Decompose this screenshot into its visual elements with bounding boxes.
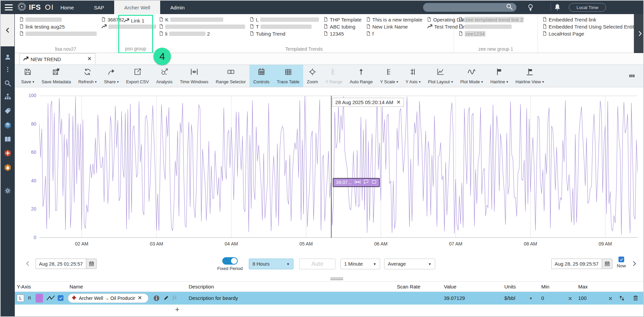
search-input[interactable] [423,5,506,10]
entity-cube-icon[interactable] [1,121,15,129]
tab-new-trend[interactable]: NEW TREND [19,53,95,64]
toolbar-button-hairline-view[interactable]: Hairline View▾ [512,65,548,87]
aggregate-select[interactable]: Average ▼ [384,259,435,269]
min-input[interactable]: 0 [541,295,544,301]
box-annotation-icon[interactable] [372,180,376,185]
hamburger-menu-icon[interactable] [5,4,13,10]
nav-item-admin[interactable]: Admin [160,1,195,14]
toolbar-button-save-metadata[interactable]: Save Metadata [38,65,75,87]
toolbar-button-controls[interactable]: Controls [249,65,273,87]
function-fx-icon[interactable]: fx [173,294,177,301]
link-item-localhost-page[interactable]: LocalHost Page [543,30,637,37]
nav-item-home[interactable]: Home [50,1,84,14]
info-icon[interactable] [153,295,160,303]
toolbar-button-y-scale[interactable]: Y Scale▾ [376,65,402,87]
incident-plus-icon[interactable] [1,149,15,157]
end-calendar-icon[interactable] [602,259,612,269]
left-axis-button[interactable]: L [17,295,24,302]
right-axis-button[interactable]: R [26,295,33,302]
toolbar-button-hairline[interactable]: Hairline▾ [487,65,512,87]
interval-select[interactable]: 1 Minute ▼ [340,259,380,269]
hierarchy-icon[interactable] [1,93,15,100]
max-input[interactable]: 100 [578,295,587,301]
units-chevron-down-icon[interactable]: ▼ [529,297,533,300]
nav-item-sap[interactable]: SAP [84,1,114,14]
link-item-t[interactable]: T [250,23,319,30]
trace-color-swatch[interactable] [36,294,43,303]
toolbar-button-auto-range[interactable]: Auto Range [346,65,376,87]
link-item-tubing-trend[interactable]: Tubing Trend [250,30,319,37]
duration-select[interactable]: 8 Hours ▼ [249,259,293,269]
search-icon[interactable] [1,80,15,87]
link-item-embedded-trend-link[interactable]: Embedded Trend link [543,16,637,23]
comment-bubble-icon[interactable] [364,179,369,185]
add-trace-button[interactable]: + [173,305,182,314]
toolbar-more-options-button[interactable] [619,65,644,87]
kebab-menu-icon[interactable] [1,66,15,73]
nav-item-archer-well[interactable]: Archer Well [114,1,160,14]
link-item-embedded-trend-using-selected-entity[interactable]: Embedded Trend Using Selected Entity [543,23,637,30]
end-time-input[interactable] [551,259,602,269]
fixed-period-toggle[interactable] [222,257,238,265]
tag-icon[interactable] [1,107,15,115]
auto-range-updown-icon[interactable] [618,295,625,303]
toolbar-button-trace-table[interactable]: Trace Table [273,65,303,87]
step-back-button[interactable] [25,261,31,268]
local-time-button[interactable]: Local Time [569,3,606,12]
settings-gear-icon[interactable] [1,187,15,194]
user-icon[interactable] [1,53,15,61]
now-checkbox[interactable] [618,257,624,262]
edit-pencil-icon[interactable] [163,295,169,302]
link-item-redacted[interactable] [19,16,97,23]
toolbar-button-zoom[interactable]: Zoom [303,65,322,87]
notifications-bell-icon[interactable] [553,3,561,13]
link-item-new-link-name[interactable]: New Link Name [366,23,422,30]
toolbar-button-time-windows[interactable]: Time Windows [176,65,212,87]
link-item-this-is-a-new-template[interactable]: This is a new template [366,16,422,23]
chip-remove-icon[interactable] [138,295,142,301]
link-item-abc-tubing[interactable]: ABC tubing [324,23,362,30]
link-item-redacted[interactable] [459,23,524,30]
link-item-li[interactable]: li2 [159,30,245,37]
line-style-icon[interactable] [46,295,55,303]
toolbar-button-range-selector[interactable]: Range Selector [212,65,250,87]
step-forward-button[interactable] [631,261,637,268]
trace-name-chip[interactable]: Archer Well → Oil Producin... [68,293,148,303]
link-item-12345[interactable]: 12345 [324,30,362,37]
collapse-panel-button[interactable] [1,14,15,46]
lightbulb-icon[interactable] [526,3,535,13]
toolbar-button-share[interactable]: Share▾ [100,65,123,87]
now-control[interactable]: Now [617,257,626,268]
link-item-zee1234[interactable]: zee1234 [459,30,524,37]
trace-row[interactable]: L R Archer Well → Oil Producin... fx Des… [15,292,644,305]
toolbar-button-plot-layout[interactable]: Plot Layout▾ [424,65,457,87]
link-item-k[interactable]: K [159,16,245,23]
book-icon[interactable] [1,136,15,143]
trace-visible-checkbox[interactable] [58,295,63,301]
link-item-zee-templated-trend-link-2[interactable]: zee templated trend link 2 [459,16,524,23]
min-clear-icon[interactable] [568,296,572,302]
search-icon[interactable] [506,3,513,12]
delete-trace-icon[interactable] [633,295,639,303]
hairline-close-icon[interactable] [397,99,401,105]
toolbar-button-refresh[interactable]: Refresh▾ [75,65,100,87]
link-item-link-testing-aug25[interactable]: link testing aug25 [19,23,97,30]
toolbar-button-save[interactable]: Save▾ [17,65,38,87]
toolbar-button-y-axis[interactable]: Y Axis▾ [402,65,424,87]
start-time-input[interactable] [36,259,86,269]
tab-close-icon[interactable] [87,56,92,62]
link-item-l[interactable]: L [250,16,319,23]
start-calendar-icon[interactable] [86,259,97,269]
auto-button[interactable]: Auto [299,259,335,269]
link-item-thp-template[interactable]: THP Template [324,16,362,23]
width-arrow-icon[interactable] [355,180,361,185]
link-item-link-1[interactable]: Link 1 [124,17,144,24]
max-clear-icon[interactable] [608,296,612,302]
toolbar-button-analysis[interactable]: Analysis [152,65,176,87]
link-item-redacted[interactable] [19,30,97,37]
link-item-redacted[interactable] [159,23,245,30]
trend-plot[interactable] [39,96,638,238]
oil-drop-icon[interactable] [1,164,15,172]
splitter-handle-icon[interactable] [330,278,343,281]
toolbar-button-plot-mode[interactable]: Plot Mode▾ [457,65,487,87]
